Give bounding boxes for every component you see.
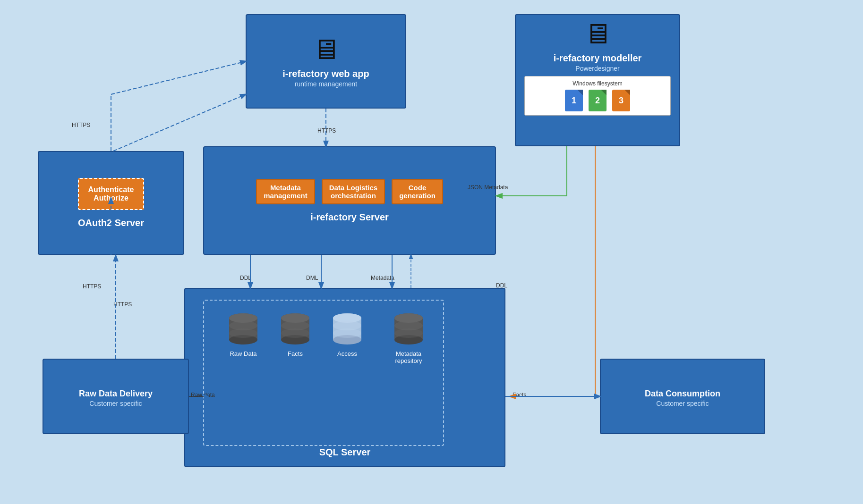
- label-json: JSON Metadata: [468, 184, 508, 191]
- module-codegen: Codegeneration: [392, 179, 443, 204]
- svg-point-23: [394, 328, 423, 338]
- sql-title: SQL Server: [319, 447, 371, 458]
- label-https2: HTTPS: [317, 127, 336, 134]
- windows-filesystem-box: Windows filesystem 1 2 3: [524, 76, 671, 116]
- label-https1: HTTPS: [72, 122, 90, 128]
- svg-point-5: [229, 328, 257, 338]
- db-access: Access: [331, 311, 364, 357]
- rawdata-box: Raw Data Delivery Customer specific: [43, 359, 189, 434]
- consumption-box: Data Consumption Customer specific: [600, 359, 765, 434]
- svg-point-11: [281, 328, 309, 338]
- consumption-title: Data Consumption: [645, 389, 720, 399]
- rawdata-title: Raw Data Delivery: [79, 389, 153, 399]
- webapp-subtitle: runtime management: [295, 80, 357, 88]
- label-https4: HTTPS: [113, 301, 132, 308]
- db-facts-label: Facts: [288, 350, 303, 357]
- monitor-icon-webapp: 🖥: [312, 35, 340, 64]
- oauth-box: AuthenticateAuthorize OAuth2 Server: [38, 151, 184, 255]
- db-rawdata: Raw Data: [227, 311, 260, 357]
- db-metadata: Metadatarepository: [392, 311, 425, 364]
- file-icon-1: 1: [565, 90, 583, 111]
- authenticate-box: AuthenticateAuthorize: [78, 178, 145, 210]
- file-icons-container: 1 2 3: [565, 90, 630, 111]
- module-logistics: Data Logisticsorchestration: [322, 179, 385, 204]
- webapp-title: i-refactory web app: [282, 68, 369, 79]
- label-facts: Facts: [513, 392, 526, 398]
- svg-line-24: [113, 94, 246, 151]
- modeller-subtitle: Powerdesigner: [575, 65, 619, 72]
- module-metadata: Metadatamanagement: [256, 179, 315, 204]
- svg-point-17: [333, 328, 361, 338]
- monitor-icon-modeller: 🖥: [583, 20, 612, 48]
- modeller-box: 🖥 i-refactory modeller Powerdesigner Win…: [515, 14, 680, 146]
- db-facts: Facts: [279, 311, 312, 357]
- label-ddl: DDL: [240, 275, 251, 281]
- file-icon-2: 2: [589, 90, 607, 111]
- svg-line-27: [111, 61, 246, 94]
- webapp-box: 🖥 i-refactory web app runtime management: [246, 14, 406, 109]
- db-rawdata-label: Raw Data: [230, 350, 256, 357]
- db-metadata-label: Metadatarepository: [395, 350, 422, 364]
- file-icon-3: 3: [612, 90, 630, 111]
- oauth-title: OAuth2 Server: [78, 218, 144, 228]
- windows-fs-label: Windows filesystem: [572, 80, 622, 87]
- server-title: i-refactory Server: [310, 212, 389, 223]
- label-dml: DML: [306, 275, 318, 281]
- db-access-label: Access: [337, 350, 357, 357]
- server-box: Metadatamanagement Data Logisticsorchest…: [203, 146, 496, 255]
- label-ddl2: DDL: [496, 282, 507, 289]
- architecture-diagram: { "title": "i-refactory Architecture Dia…: [0, 0, 863, 504]
- label-https3: HTTPS: [83, 283, 101, 290]
- rawdata-subtitle: Customer specific: [89, 400, 142, 407]
- consumption-subtitle: Customer specific: [656, 400, 709, 407]
- label-rawdata: Raw data: [191, 392, 215, 398]
- label-metadata: Metadata: [371, 275, 394, 281]
- server-modules: Metadatamanagement Data Logisticsorchest…: [256, 179, 443, 204]
- modeller-title: i-refactory modeller: [554, 53, 642, 64]
